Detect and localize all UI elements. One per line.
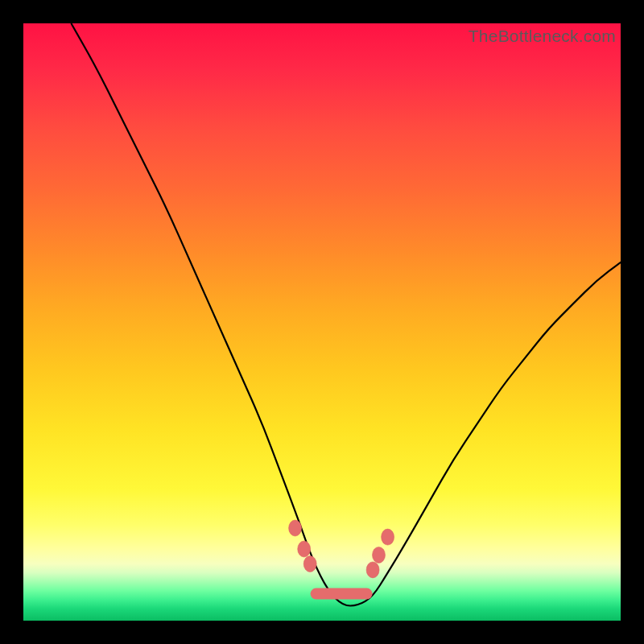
highlight-dots <box>289 520 394 578</box>
highlight-dot <box>382 529 394 545</box>
curve-layer <box>23 23 621 621</box>
highlight-dot <box>373 547 386 563</box>
highlight-dot <box>303 556 316 572</box>
highlight-dot <box>298 541 311 557</box>
highlight-dot <box>366 562 379 578</box>
bottleneck-curve <box>71 23 621 606</box>
plot-area: TheBottleneck.com <box>23 23 621 621</box>
highlight-dot <box>289 520 302 536</box>
chart-frame: TheBottleneck.com <box>0 0 644 644</box>
